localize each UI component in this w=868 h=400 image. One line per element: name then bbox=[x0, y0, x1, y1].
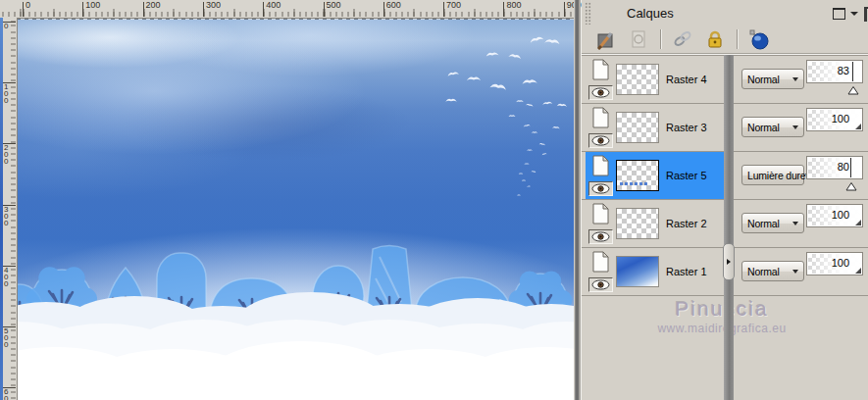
opacity-corner-grip[interactable] bbox=[855, 220, 861, 225]
chevron-down-icon bbox=[792, 77, 798, 84]
bird-icon bbox=[517, 195, 521, 196]
bird-icon bbox=[516, 100, 524, 102]
eye-icon[interactable] bbox=[588, 229, 613, 244]
palette-header[interactable]: Calques bbox=[582, 0, 868, 25]
layer-name: Raster 1 bbox=[666, 266, 707, 277]
link-layers-icon[interactable] bbox=[672, 28, 693, 50]
lock-transparency-icon[interactable] bbox=[704, 28, 726, 50]
opacity-value: 80 bbox=[838, 161, 849, 173]
mask-icon[interactable] bbox=[628, 28, 649, 50]
bird-flock bbox=[445, 36, 567, 196]
opacity-corner-grip[interactable] bbox=[855, 124, 861, 129]
image-canvas[interactable] bbox=[17, 18, 574, 400]
opacity-value: 100 bbox=[832, 209, 849, 221]
bird-icon bbox=[541, 153, 546, 155]
drag-grip-icon[interactable] bbox=[585, 2, 591, 25]
opacity-slider-line[interactable] bbox=[850, 158, 851, 177]
bird-icon bbox=[486, 52, 499, 56]
bird-icon bbox=[526, 103, 534, 107]
ruler-major-tick bbox=[383, 2, 384, 17]
bird-icon bbox=[523, 125, 530, 127]
bird-icon bbox=[530, 36, 544, 43]
layer-thumbnail[interactable] bbox=[616, 208, 659, 239]
palette-toolbar bbox=[582, 26, 868, 52]
ruler-major-tick bbox=[203, 2, 204, 17]
ruler-tick-label: 400 bbox=[266, 1, 281, 10]
blend-mode-dropdown[interactable]: Lumière dure bbox=[741, 165, 804, 185]
eye-icon[interactable] bbox=[588, 133, 613, 148]
ruler-major-tick bbox=[23, 2, 24, 17]
layer-row-left[interactable]: Raster 2 bbox=[586, 200, 724, 247]
layer-thumbnail[interactable] bbox=[616, 256, 659, 287]
layers-palette: Calques bbox=[581, 0, 868, 400]
ruler-mid-ticks bbox=[0, 9, 574, 17]
eye-icon[interactable] bbox=[588, 277, 613, 292]
chevron-down-icon bbox=[792, 125, 798, 132]
opacity-slider[interactable]: 100 bbox=[806, 204, 863, 227]
eye-icon[interactable] bbox=[588, 85, 613, 100]
watermark-url: www.maidiregrafica.eu bbox=[589, 322, 854, 335]
ruler-major-tick bbox=[324, 2, 325, 17]
layer-thumbnail[interactable] bbox=[616, 160, 659, 191]
bird-icon bbox=[527, 185, 531, 186]
ruler-tick-label: 0 bbox=[4, 23, 8, 29]
pane-collapse-handle[interactable] bbox=[723, 243, 735, 280]
opacity-value: 100 bbox=[832, 113, 849, 125]
sphere-tool-icon[interactable] bbox=[748, 28, 770, 50]
layer-name: Raster 4 bbox=[666, 74, 707, 85]
ruler-tick-label: 3 0 0 bbox=[4, 206, 8, 226]
opacity-slider-line[interactable] bbox=[852, 62, 853, 81]
bird-icon bbox=[531, 171, 536, 173]
layer-row-left[interactable]: Raster 3 bbox=[586, 104, 724, 151]
blend-mode-dropdown[interactable]: Normal bbox=[741, 117, 804, 137]
ruler-tick-label: 300 bbox=[206, 1, 221, 10]
eye-icon[interactable] bbox=[588, 181, 613, 196]
ruler-tick-label: 500 bbox=[327, 1, 341, 10]
blend-mode-dropdown[interactable]: Normal bbox=[741, 213, 804, 233]
chevron-down-icon bbox=[792, 270, 798, 276]
layer-thumbnail[interactable] bbox=[616, 64, 659, 95]
chevron-right-icon bbox=[727, 259, 734, 265]
opacity-slider-thumb[interactable] bbox=[845, 177, 857, 186]
thumbnail-text-mark bbox=[620, 182, 647, 185]
opacity-slider[interactable]: 83 bbox=[806, 60, 863, 83]
pane-splitter[interactable] bbox=[724, 55, 734, 400]
ruler-tick-label: 2 0 0 bbox=[4, 144, 8, 165]
ruler-major-tick bbox=[564, 2, 565, 17]
layer-icon-column bbox=[587, 107, 613, 148]
bird-icon bbox=[542, 101, 553, 105]
bird-icon bbox=[508, 54, 521, 59]
layer-row-left[interactable]: Raster 1 bbox=[586, 248, 724, 295]
palette-title: Calques bbox=[627, 6, 674, 21]
bird-icon bbox=[508, 115, 515, 117]
pin-icon[interactable] bbox=[864, 7, 868, 22]
ruler-major-tick bbox=[82, 2, 83, 17]
blend-mode-dropdown[interactable]: Normal bbox=[741, 69, 804, 89]
ruler-major-tick bbox=[503, 2, 504, 17]
layer-row-left[interactable]: Raster 4 bbox=[586, 56, 724, 103]
edit-brush-icon[interactable] bbox=[595, 28, 617, 50]
layer-icon-column bbox=[587, 59, 613, 100]
opacity-corner-grip[interactable] bbox=[855, 268, 861, 274]
ruler-tick-label: 600 bbox=[386, 1, 401, 10]
layer-row-left[interactable]: Raster 5 bbox=[586, 152, 724, 199]
blend-mode-dropdown[interactable]: Normal bbox=[741, 261, 804, 281]
bird-icon bbox=[552, 126, 560, 129]
layer-name: Raster 2 bbox=[666, 218, 707, 229]
opacity-slider-thumb[interactable] bbox=[847, 81, 859, 90]
layer-type-icon bbox=[590, 59, 610, 84]
workspace-splitter[interactable] bbox=[574, 0, 581, 400]
layer-thumbnail[interactable] bbox=[616, 112, 659, 143]
blend-mode-label: Lumière dure bbox=[747, 170, 805, 181]
opacity-slider[interactable]: 100 bbox=[806, 252, 863, 275]
opacity-slider[interactable]: 80 bbox=[806, 156, 863, 179]
ruler-major-tick bbox=[143, 2, 144, 17]
layer-name: Raster 3 bbox=[666, 122, 707, 133]
blend-mode-label: Normal bbox=[747, 218, 780, 229]
bird-icon bbox=[489, 83, 506, 90]
chevron-down-icon[interactable] bbox=[850, 12, 858, 20]
float-window-icon[interactable] bbox=[833, 8, 845, 20]
opacity-slider[interactable]: 100 bbox=[806, 108, 863, 131]
ruler-tick-label: 0 bbox=[26, 1, 30, 10]
ruler-horizontal: 0100200300400500600700800900 bbox=[0, 0, 574, 19]
